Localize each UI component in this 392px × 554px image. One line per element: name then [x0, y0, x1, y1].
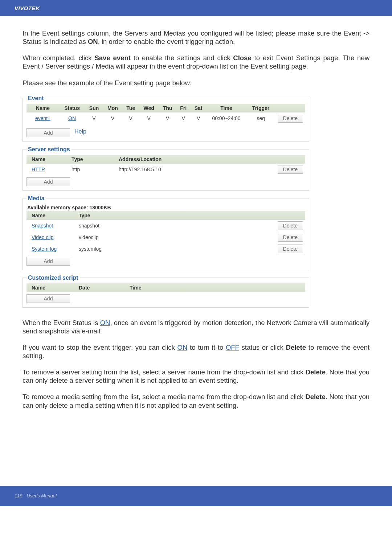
col-name: Name	[26, 211, 74, 220]
col-type: Type	[66, 155, 114, 164]
header-bar: VIVOTEK	[0, 0, 392, 16]
media-type: snapshot	[74, 220, 275, 231]
col-sat: Sat	[191, 104, 207, 112]
event-status-link[interactable]: ON	[68, 115, 76, 121]
server-legend: Server settings	[26, 146, 72, 153]
col-wed: Wed	[139, 104, 159, 112]
col-action	[275, 104, 305, 112]
server-add-button[interactable]: Add	[26, 177, 70, 186]
text: When completed, click	[23, 54, 94, 62]
cell-tue: V	[122, 112, 139, 124]
on-link[interactable]: ON	[100, 319, 110, 327]
media-delete-button[interactable]: Delete	[278, 233, 303, 242]
media-delete-button[interactable]: Delete	[278, 245, 303, 253]
page-content: In the Event settings column, the Server…	[0, 16, 392, 410]
para-4: When the Event Status is ON, once an eve…	[23, 319, 369, 335]
media-row: Snapshot snapshot Delete	[26, 220, 305, 231]
server-panel: Server settings Name Type Address/Locati…	[23, 146, 309, 191]
cell-sun: V	[85, 112, 103, 124]
intro-para-3: Please see the example of the Event sett…	[23, 79, 369, 87]
intro-para-2: When completed, click Save event to enab…	[23, 54, 369, 70]
col-time: Time	[207, 104, 246, 112]
media-panel: Media Available memory space: 13000KB Na…	[23, 195, 309, 270]
text: When the Event Status is	[23, 319, 100, 327]
media-row: System log systemlog Delete	[26, 243, 305, 255]
cell-thu: V	[159, 112, 176, 124]
text: If you want to stop the event trigger, y…	[23, 344, 177, 351]
server-name-link[interactable]: HTTP	[32, 167, 45, 172]
media-type: videoclip	[74, 231, 275, 243]
event-legend: Event	[26, 95, 45, 102]
cell-mon: V	[103, 112, 122, 124]
event-row: event1 ON V V V V V V V 00:00~24:00 seq …	[26, 112, 305, 124]
server-type: http	[66, 164, 114, 175]
media-name-link[interactable]: Snapshot	[32, 223, 53, 229]
text: , in order to enable the event triggerin…	[98, 38, 235, 45]
intro-para-1: In the Event settings column, the Server…	[23, 29, 369, 46]
media-name-link[interactable]: System log	[32, 246, 57, 252]
save-event-bold: Save event	[94, 54, 130, 62]
help-link[interactable]: Help	[74, 128, 86, 135]
server-delete-button[interactable]: Delete	[278, 165, 303, 174]
close-bold: Close	[233, 54, 251, 62]
col-status: Status	[59, 104, 85, 112]
col-date: Date	[74, 283, 124, 292]
col-fri: Fri	[176, 104, 191, 112]
cell-sat: V	[191, 112, 207, 124]
customized-script-panel: Customized script Name Date Time Add	[23, 275, 309, 308]
on-bold: ON	[88, 38, 98, 45]
col-name: Name	[26, 104, 59, 112]
event-panel: Event Name Status Sun Mon Tue Wed Thu Fr…	[23, 95, 309, 142]
col-action	[275, 155, 305, 164]
server-header-row: Name Type Address/Location	[26, 155, 305, 164]
cell-time: 00:00~24:00	[207, 112, 246, 124]
cell-trigger: seq	[246, 112, 275, 124]
server-addr: http://192.168.5.10	[114, 164, 275, 175]
event-delete-button[interactable]: Delete	[278, 114, 303, 123]
server-row: HTTP http http://192.168.5.10 Delete	[26, 164, 305, 175]
col-type: Type	[74, 211, 275, 220]
text: to enable the settings and click	[131, 54, 233, 62]
text: to turn it to	[187, 344, 226, 351]
col-thu: Thu	[159, 104, 176, 112]
para-5: If you want to stop the event trigger, y…	[23, 343, 369, 360]
media-add-button[interactable]: Add	[26, 257, 70, 266]
delete-bold: Delete	[306, 368, 326, 376]
media-table: Name Type Snapshot snapshot Delete Video…	[26, 211, 305, 255]
media-delete-button[interactable]: Delete	[278, 221, 303, 230]
event-table: Name Status Sun Mon Tue Wed Thu Fri Sat …	[26, 104, 305, 124]
cell-fri: V	[176, 112, 191, 124]
cs-legend: Customized script	[26, 275, 80, 281]
col-sun: Sun	[85, 104, 103, 112]
col-action	[275, 211, 305, 220]
cs-add-button[interactable]: Add	[26, 294, 70, 303]
col-name: Name	[26, 283, 74, 292]
footer-bar: 118 - User's Manual	[0, 486, 392, 506]
delete-bold: Delete	[286, 344, 306, 351]
para-7: To remove a media setting from the list,…	[23, 393, 369, 409]
cell-wed: V	[139, 112, 159, 124]
available-memory: Available memory space: 13000KB	[27, 205, 305, 210]
col-trigger: Trigger	[246, 104, 275, 112]
media-header-row: Name Type	[26, 211, 305, 220]
brand-logo: VIVOTEK	[15, 5, 40, 11]
event-add-button[interactable]: Add	[26, 128, 70, 137]
text: To remove a media setting from the list,…	[23, 393, 305, 401]
cs-table: Name Date Time	[26, 283, 305, 292]
event-header-row: Name Status Sun Mon Tue Wed Thu Fri Sat …	[26, 104, 305, 112]
col-mon: Mon	[103, 104, 122, 112]
event-name-link[interactable]: event1	[35, 115, 50, 121]
media-type: systemlog	[74, 243, 275, 255]
on-link[interactable]: ON	[177, 344, 188, 351]
col-tue: Tue	[122, 104, 139, 112]
para-6: To remove a server setting from the list…	[23, 368, 369, 385]
col-addr: Address/Location	[114, 155, 275, 164]
col-name: Name	[26, 155, 66, 164]
off-link[interactable]: OFF	[226, 344, 239, 351]
media-name-link[interactable]: Video clip	[32, 234, 53, 240]
delete-bold: Delete	[305, 393, 326, 401]
server-table: Name Type Address/Location HTTP http htt…	[26, 155, 305, 175]
col-time: Time	[124, 283, 305, 292]
text: To remove a server setting from the list…	[23, 368, 306, 376]
text: status or click	[239, 344, 286, 351]
